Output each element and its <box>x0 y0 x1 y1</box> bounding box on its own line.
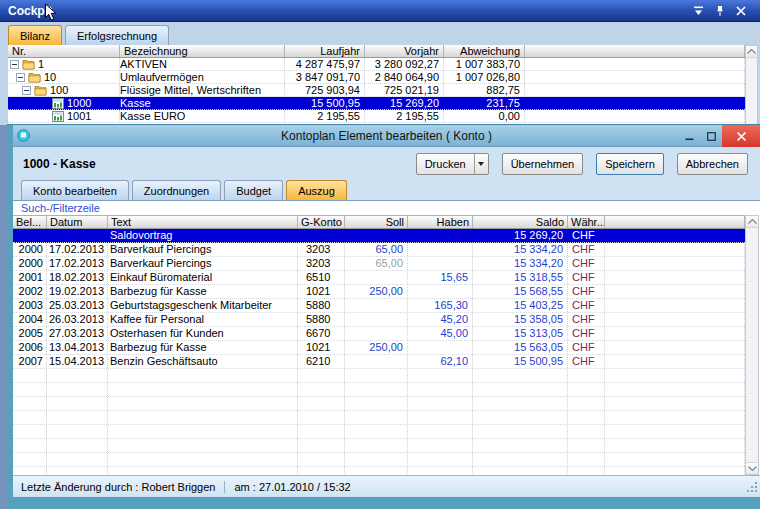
transaction-row[interactable]: 200426.03.2013Kaffee für Personal588045,… <box>13 313 745 327</box>
cell-bezeichnung: Kasse <box>120 97 285 109</box>
window-menu-icon[interactable] <box>693 6 704 16</box>
cell-waehr: CHF <box>568 243 605 256</box>
cell-empty <box>108 425 298 438</box>
cell-bezeichnung: Flüssige Mittel, Wertschriften <box>120 84 285 96</box>
status-bar: Letzte Änderung durch : Robert Briggen a… <box>13 475 760 497</box>
save-button[interactable]: Speichern <box>596 153 664 175</box>
dialog-scrollbar[interactable] <box>745 215 759 475</box>
close-button[interactable] <box>722 125 760 147</box>
cell-haben: 62,10 <box>408 355 473 368</box>
tab-erfolgsrechnung[interactable]: Erfolgsrechnung <box>65 25 169 45</box>
column-header-saldo[interactable]: Saldo <box>473 216 568 228</box>
cell-empty <box>408 383 473 396</box>
tab-bilanz[interactable]: Bilanz <box>8 25 62 45</box>
tab-auszug[interactable]: Auszug <box>286 180 347 200</box>
column-header-nr[interactable]: Nr. <box>8 45 120 57</box>
cell-empty <box>108 467 298 475</box>
cell-bel <box>13 229 47 242</box>
column-header-bel[interactable]: Bel... <box>13 216 47 228</box>
cancel-button[interactable]: Abbrechen <box>677 153 748 175</box>
column-header-vorjahr[interactable]: Vorjahr <box>365 45 444 57</box>
cell-empty <box>408 439 473 452</box>
cell-empty <box>298 411 345 424</box>
tab-budget[interactable]: Budget <box>224 180 283 200</box>
tree-label: 100 <box>50 84 68 96</box>
cell-empty <box>108 439 298 452</box>
cockpit-table-row[interactable]: 1001Kasse EURO2 195,552 195,550,00 <box>8 110 745 123</box>
cell-waehr: CHF <box>568 285 605 298</box>
maximize-icon[interactable] <box>700 125 722 147</box>
column-header-laufjahr[interactable]: Laufjahr <box>285 45 365 57</box>
scroll-down-icon[interactable] <box>746 462 758 474</box>
cell-haben <box>408 341 473 354</box>
tree-expander-icon[interactable] <box>16 73 25 82</box>
transaction-row[interactable]: 200613.04.2013Barbezug für Kasse1021250,… <box>13 341 745 355</box>
cell-datum: 26.03.2013 <box>47 313 108 326</box>
transaction-row[interactable]: 200325.03.2013Geburtstagsgeschenk Mitarb… <box>13 299 745 313</box>
apply-button[interactable]: Übernehmen <box>502 153 584 175</box>
screen: Cockpit BilanzErfolgsrechnung Nr.Bezeich… <box>0 0 760 509</box>
folder-icon <box>28 72 41 83</box>
column-header-währ[interactable]: Währ... <box>568 216 605 228</box>
transaction-row[interactable]: 200219.02.2013Barbezug für Kasse1021250,… <box>13 285 745 299</box>
column-header-text[interactable]: Text <box>108 216 298 228</box>
cell-haben: 15,65 <box>408 271 473 284</box>
cell-haben <box>408 285 473 298</box>
account-title: 1000 - Kasse <box>23 157 96 171</box>
cockpit-table-row[interactable]: 1000Kasse15 500,9515 269,20231,75 <box>8 97 745 110</box>
cell-vorjahr: 15 269,20 <box>365 97 444 109</box>
scroll-up-icon[interactable] <box>746 46 757 58</box>
status-timestamp: am : 27.01.2010 / 15:32 <box>234 481 350 493</box>
cell-empty <box>13 369 47 382</box>
column-header-g-konto[interactable]: G-Konto <box>298 216 345 228</box>
cell-empty <box>47 453 108 466</box>
tab-konto-bearbeiten[interactable]: Konto bearbeiten <box>21 180 129 200</box>
pin-icon[interactable] <box>715 5 725 17</box>
transaction-row[interactable]: 200527.03.2013Osterhasen für Kunden66704… <box>13 327 745 341</box>
close-icon[interactable] <box>736 6 746 16</box>
transaction-row[interactable]: 200118.02.2013Einkauf Büromaterial651015… <box>13 271 745 285</box>
cell-soll <box>345 271 408 284</box>
column-header-soll[interactable]: Soll <box>345 216 408 228</box>
minimize-icon[interactable] <box>678 125 700 147</box>
status-last-change: Letzte Änderung durch : Robert Briggen <box>21 481 215 493</box>
transaction-row[interactable]: 200017.02.2013Barverkauf Piercings320365… <box>13 257 745 271</box>
cockpit-table-row[interactable]: 100Flüssige Mittel, Wertschriften725 903… <box>8 84 745 97</box>
tab-zuordnungen[interactable]: Zuordnungen <box>132 180 221 200</box>
cell-text: Benzin Geschäftsauto <box>108 355 298 368</box>
transaction-row[interactable]: Saldovortrag15 269,20CHF <box>13 229 745 243</box>
search-filter-row[interactable]: Such-/Filterzeile <box>13 201 760 215</box>
print-dropdown-icon[interactable] <box>474 154 488 174</box>
cockpit-table-row[interactable]: 1AKTIVEN4 287 475,973 280 092,271 007 38… <box>8 58 745 71</box>
cell-soll <box>345 327 408 340</box>
column-header-datum[interactable]: Datum <box>47 216 108 228</box>
cockpit-table-row[interactable]: 10Umlaufvermögen3 847 091,702 840 064,90… <box>8 71 745 84</box>
cell-empty <box>298 453 345 466</box>
cell-saldo: 15 269,20 <box>473 229 568 242</box>
transaction-row[interactable]: 200715.04.2013Benzin Geschäftsauto621062… <box>13 355 745 369</box>
scroll-up-icon[interactable] <box>746 216 758 228</box>
cell-empty <box>408 411 473 424</box>
cell-saldo: 15 334,20 <box>473 243 568 256</box>
cell-empty <box>408 453 473 466</box>
column-header-abweichung[interactable]: Abweichung <box>444 45 525 57</box>
transaction-row[interactable]: 200017.02.2013Barverkauf Piercings320365… <box>13 243 745 257</box>
table-empty-row <box>13 439 745 453</box>
cell-empty <box>345 467 408 475</box>
tree-cell: 1001 <box>8 110 120 122</box>
print-button[interactable]: Drucken <box>416 153 489 175</box>
column-header-haben[interactable]: Haben <box>408 216 473 228</box>
cell-empty <box>108 369 298 382</box>
cell-abweichung: 1 007 026,80 <box>444 71 525 83</box>
cell-empty <box>605 425 745 438</box>
cell-empty <box>47 425 108 438</box>
column-header-filler <box>525 45 745 57</box>
resize-grip-icon[interactable] <box>747 482 758 495</box>
cell-empty <box>568 397 605 410</box>
column-header-bezeichnung[interactable]: Bezeichnung <box>120 45 285 57</box>
tree-expander-icon[interactable] <box>22 86 31 95</box>
cockpit-scrollbar[interactable] <box>745 45 758 125</box>
tree-expander-icon[interactable] <box>10 60 19 69</box>
cell-empty <box>298 425 345 438</box>
cell-text: Einkauf Büromaterial <box>108 271 298 284</box>
